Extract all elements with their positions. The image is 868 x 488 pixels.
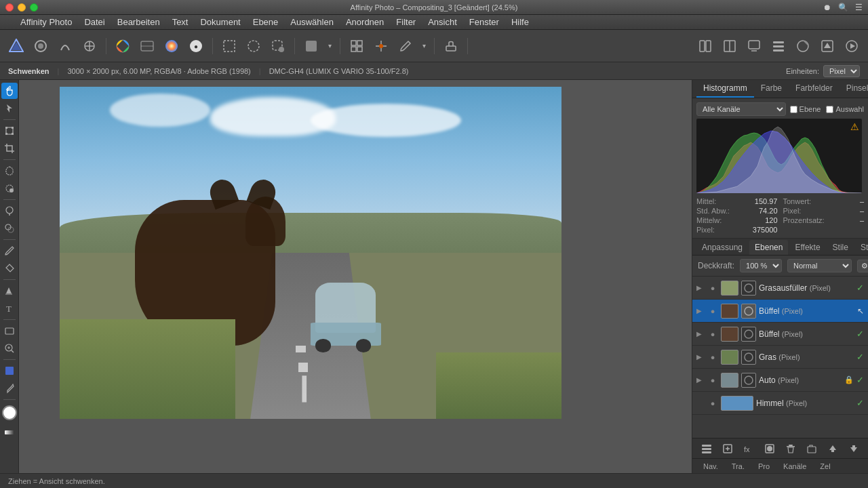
paint-brush-btn[interactable] bbox=[1, 243, 18, 259]
marquee-ellipse-btn[interactable] bbox=[243, 35, 264, 57]
visibility-icon[interactable]: ● bbox=[707, 330, 718, 338]
split-view-btn[interactable] bbox=[719, 35, 741, 57]
shape-tool-btn[interactable] bbox=[1, 323, 18, 339]
layer-settings-btn[interactable]: ⚙ bbox=[857, 260, 868, 272]
brush-dropdown-btn[interactable]: ▾ bbox=[419, 35, 429, 57]
crop-tool-btn[interactable] bbox=[1, 140, 18, 157]
zoom-tool-btn[interactable] bbox=[1, 340, 18, 357]
freehand-selection-btn[interactable] bbox=[1, 163, 18, 179]
layers-tab-ebenen[interactable]: Ebenen bbox=[749, 240, 788, 255]
move-down-layer-btn[interactable] bbox=[846, 441, 861, 456]
zel-btn[interactable]: Zel bbox=[814, 461, 835, 472]
menu-ebene[interactable]: Ebene bbox=[248, 16, 284, 28]
move-up-layer-btn[interactable] bbox=[825, 441, 840, 456]
tab-farbe[interactable]: Farbe bbox=[754, 80, 789, 98]
layers-tab-anpassung[interactable]: Anpassung bbox=[696, 240, 748, 255]
delete-layer-btn[interactable] bbox=[783, 441, 798, 456]
snapping-btn[interactable] bbox=[370, 35, 392, 57]
color-wheel-btn[interactable] bbox=[112, 35, 134, 57]
layers-icon[interactable] bbox=[699, 441, 714, 456]
layer-item[interactable]: ▶ ● Auto (Pixel) 🔒 ✓ bbox=[692, 369, 868, 392]
menu-affinity-photo[interactable]: Affinity Photo bbox=[15, 16, 77, 28]
tab-pinsel[interactable]: Pinsel bbox=[840, 80, 868, 98]
menu-text[interactable]: Text bbox=[167, 16, 194, 28]
menu-hilfe[interactable]: Hilfe bbox=[506, 16, 534, 28]
visibility-icon[interactable]: ● bbox=[707, 307, 718, 315]
menu-auswaehlen[interactable]: Auswählen bbox=[285, 16, 339, 28]
ebene-checkbox[interactable] bbox=[790, 106, 797, 113]
kanaele-btn[interactable]: Kanäle bbox=[778, 461, 812, 472]
auswahl-checkbox[interactable] bbox=[826, 106, 833, 113]
retouch-tool-btn[interactable] bbox=[1, 203, 18, 219]
stamp-btn[interactable] bbox=[440, 35, 462, 57]
affinity-icon-btn[interactable] bbox=[5, 35, 27, 57]
opacity-select[interactable]: 100 % 75 % 50 % bbox=[740, 259, 782, 272]
brush-tool-btn[interactable] bbox=[395, 35, 416, 57]
close-button[interactable] bbox=[5, 3, 14, 12]
blend-mode-select[interactable]: Normal Multiplizieren Bildschirm Überlag… bbox=[787, 259, 852, 272]
visibility-icon[interactable]: ● bbox=[707, 376, 718, 384]
color-balance-btn[interactable] bbox=[161, 35, 182, 57]
tab-farbfelder[interactable]: Farbfelder bbox=[789, 80, 840, 98]
export-btn[interactable] bbox=[816, 35, 838, 57]
visibility-icon[interactable]: ● bbox=[707, 399, 718, 407]
gradient-tool-btn[interactable] bbox=[1, 424, 18, 441]
fill-dropdown-btn[interactable]: ▾ bbox=[325, 35, 334, 57]
layer-item[interactable]: ▶ ● Himmel (Pixel) ✓ bbox=[692, 392, 868, 415]
minimize-button[interactable] bbox=[18, 3, 26, 12]
layers-tab-effekte[interactable]: Effekte bbox=[789, 240, 825, 255]
menu-datei[interactable]: Datei bbox=[79, 16, 110, 28]
selection-brush-btn[interactable] bbox=[267, 35, 289, 57]
view-mode-btn[interactable] bbox=[694, 35, 716, 57]
smart-selection-btn[interactable] bbox=[1, 363, 18, 379]
layers-tab-stock[interactable]: Stock bbox=[855, 240, 868, 255]
menu-dokument[interactable]: Dokument bbox=[195, 16, 245, 28]
layers-tab-stile[interactable]: Stile bbox=[827, 240, 854, 255]
macro-btn[interactable] bbox=[841, 35, 863, 57]
marquee-rect-btn[interactable] bbox=[218, 35, 240, 57]
menu-filter[interactable]: Filter bbox=[391, 16, 421, 28]
erase-tool-btn[interactable] bbox=[1, 260, 18, 277]
paint-selection-btn[interactable] bbox=[1, 180, 18, 197]
assistant-btn[interactable] bbox=[743, 35, 765, 57]
maximize-button[interactable] bbox=[30, 3, 38, 12]
move-tool-btn[interactable] bbox=[1, 100, 18, 117]
tab-histogramm[interactable]: Histogramm bbox=[696, 80, 754, 98]
pro-btn[interactable]: Pro bbox=[753, 461, 775, 472]
units-select[interactable]: Pixel cm mm Zoll bbox=[823, 65, 860, 77]
adjustment-panel-btn[interactable] bbox=[792, 35, 814, 57]
layer-item[interactable]: ▶ ● Büffel (Pixel) ↖ bbox=[692, 300, 868, 323]
hand-tool-btn[interactable] bbox=[1, 83, 18, 99]
persona-photo-btn[interactable] bbox=[30, 35, 52, 57]
canvas-area[interactable] bbox=[19, 80, 692, 473]
transform-tool-btn[interactable] bbox=[1, 123, 18, 139]
grid-btn[interactable] bbox=[346, 35, 368, 57]
persona-liquify-btn[interactable] bbox=[54, 35, 76, 57]
persona-develop-btn[interactable] bbox=[79, 35, 100, 57]
text-tool-btn[interactable]: T bbox=[1, 300, 18, 317]
group-layer-btn[interactable] bbox=[804, 441, 819, 456]
visibility-icon[interactable]: ● bbox=[707, 353, 718, 361]
menu-ansicht[interactable]: Ansicht bbox=[422, 16, 462, 28]
layer-item[interactable]: ▶ ● Büffel (Pixel) ✓ bbox=[692, 323, 868, 346]
menu-fenster[interactable]: Fenster bbox=[464, 16, 505, 28]
vector-pen-btn[interactable] bbox=[1, 380, 18, 396]
menu-icon[interactable]: ☰ bbox=[855, 3, 863, 12]
nav-btn[interactable]: Nav. bbox=[698, 461, 724, 472]
add-layer-btn[interactable] bbox=[720, 441, 735, 456]
channel-select[interactable]: Alle Kanäle Rot Grün Blau bbox=[696, 102, 786, 116]
fill-tool-btn[interactable] bbox=[1, 283, 18, 299]
white-balance-btn[interactable]: ● bbox=[185, 35, 207, 57]
tra-btn[interactable]: Tra. bbox=[726, 461, 750, 472]
layer-item[interactable]: ▶ ● Grasausfüller (Pixel) ✓ bbox=[692, 277, 868, 300]
canvas-image[interactable] bbox=[60, 87, 561, 419]
clone-tool-btn[interactable] bbox=[1, 220, 18, 237]
visibility-icon[interactable]: ● bbox=[707, 284, 718, 292]
fill-shape-btn[interactable] bbox=[300, 35, 322, 57]
mask-btn[interactable] bbox=[762, 441, 777, 456]
foreground-color-swatch[interactable] bbox=[2, 405, 17, 420]
levels-btn[interactable] bbox=[136, 35, 158, 57]
layers-panel-btn[interactable] bbox=[768, 35, 789, 57]
menu-anordnen[interactable]: Anordnen bbox=[340, 16, 389, 28]
menu-bearbeiten[interactable]: Bearbeiten bbox=[112, 16, 165, 28]
